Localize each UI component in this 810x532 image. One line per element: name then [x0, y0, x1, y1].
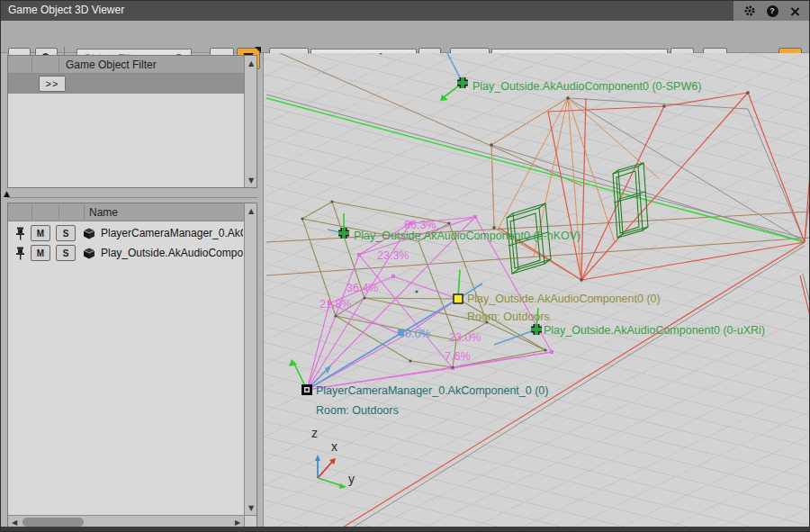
window-title: Game Object 3D Viewer: [8, 4, 124, 16]
viewport-3d[interactable]: 66.3% Play_Outside.AkAudioComponent0 (0-…: [263, 53, 810, 527]
help-icon[interactable]: ?: [765, 4, 779, 18]
attenuation-percent-label: 21.8%: [320, 298, 351, 311]
list-header: Name: [8, 203, 256, 221]
name-column-header[interactable]: Name: [89, 206, 118, 219]
scroll-down-icon[interactable]: ▼: [245, 501, 257, 514]
game-object-label: Play_Outside.AkAudioComponent0 (0-hKOV): [354, 230, 580, 242]
attenuation-percent-label: 36.4%: [346, 282, 378, 294]
mute-button[interactable]: M: [31, 225, 50, 241]
room-label: Room: Outdoors: [467, 311, 550, 323]
game-object-cube-icon: [83, 248, 95, 259]
scroll-up-icon[interactable]: ▲: [245, 204, 257, 217]
filter-panel-header: Game Object Filter: [8, 56, 256, 74]
close-icon[interactable]: ×: [788, 4, 803, 18]
list-hscrollbar[interactable]: ◀ ▶: [8, 515, 244, 527]
mute-button[interactable]: M: [31, 245, 50, 261]
listener-label: PlayerCameraManager_0.AkComponent_0 (0): [316, 384, 548, 397]
gear-icon[interactable]: [742, 4, 757, 18]
row-label: Play_Outside.AkAudioCompon: [101, 247, 243, 259]
scrollbar-corner: [244, 515, 256, 527]
game-object-3d-viewer-window: Game Object 3D Viewer ? ×: [0, 0, 810, 532]
toolbar: Object Filter ... > User Camera 1: [1, 21, 810, 53]
row-label: PlayerCameraManager_0.AkCo: [101, 227, 243, 239]
window-bottom-edge: [1, 527, 810, 531]
attenuation-percent-label: 7.6%: [445, 350, 471, 363]
game-object-label: Play_Outside.AkAudioComponent0 (0): [467, 293, 661, 305]
solo-button[interactable]: S: [56, 245, 76, 261]
table-row[interactable]: M S PlayerCameraManager_0.AkCo: [8, 223, 244, 243]
game-object-cube-icon: [83, 228, 95, 239]
filter-active-marker: [255, 47, 261, 53]
pin-icon[interactable]: [15, 227, 25, 240]
filter-row: >>: [8, 74, 244, 94]
attenuation-percent-label: 23.0%: [449, 331, 481, 344]
game-object-label: Play_Outside.AkAudioComponent0 (0-uXRi): [544, 324, 765, 337]
scroll-down-icon[interactable]: ▼: [245, 174, 257, 186]
axis-z-label: z: [311, 426, 318, 440]
solo-button[interactable]: S: [56, 225, 76, 241]
game-object-filter-panel: Game Object Filter ▲ ▼ >>: [7, 55, 257, 188]
game-object-label: Play_Outside.AkAudioComponent0 (0-SPW6): [472, 80, 701, 93]
filter-panel-title: Game Object Filter: [66, 59, 157, 71]
pin-icon[interactable]: [15, 247, 25, 260]
hscroll-thumb[interactable]: [22, 518, 84, 527]
titlebar-controls: ? ×: [734, 1, 810, 21]
scroll-up-icon[interactable]: ▲: [245, 57, 257, 69]
attenuation-percent-label: 23.3%: [377, 249, 409, 262]
expand-filter-button[interactable]: >>: [39, 76, 66, 92]
titlebar[interactable]: Game Object 3D Viewer ? ×: [1, 1, 810, 21]
game-object-list-panel: Name ▲ ▼ M S PlayerCameraManager_0.AkCo: [7, 203, 257, 528]
axis-y-label: y: [348, 472, 355, 486]
axis-x-label: x: [331, 439, 338, 454]
diffraction-percent-label: 70.0%: [399, 328, 430, 340]
list-vscrollbar[interactable]: ▲ ▼: [244, 203, 256, 515]
panel-splitter[interactable]: [7, 197, 257, 198]
filter-panel-vscrollbar[interactable]: ▲ ▼: [244, 56, 256, 187]
room-label: Room: Outdoors: [316, 404, 399, 417]
table-row[interactable]: M S Play_Outside.AkAudioCompon: [8, 243, 244, 263]
